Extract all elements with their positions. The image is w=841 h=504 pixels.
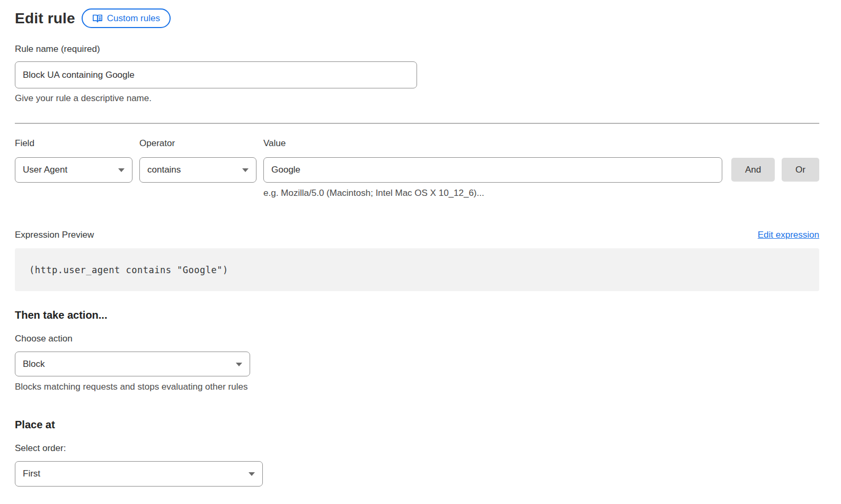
field-column: Field User Agent: [15, 138, 132, 183]
action-select-value: Block: [23, 359, 45, 370]
edit-expression-link[interactable]: Edit expression: [758, 230, 819, 240]
section-divider: [15, 123, 819, 124]
field-label: Field: [15, 138, 132, 149]
expression-preview-box: (http.user_agent contains "Google"): [15, 248, 819, 291]
expression-header: Expression Preview Edit expression: [15, 230, 819, 240]
action-select[interactable]: Block: [15, 352, 250, 376]
value-column: Value: [263, 138, 722, 183]
field-select[interactable]: User Agent: [15, 157, 132, 183]
condition-row: Field User Agent Operator contains Value…: [15, 138, 819, 183]
value-help: e.g. Mozilla/5.0 (Macintosh; Intel Mac O…: [263, 188, 819, 199]
value-input[interactable]: [263, 157, 722, 183]
order-select-value: First: [23, 469, 40, 479]
caret-down-icon: [236, 363, 242, 366]
and-button[interactable]: And: [731, 158, 775, 182]
or-button[interactable]: Or: [782, 158, 819, 182]
rule-name-label: Rule name (required): [15, 44, 819, 55]
operator-column: Operator contains: [139, 138, 256, 183]
placement-section-heading: Place at: [15, 419, 819, 431]
action-section-heading: Then take action...: [15, 309, 819, 321]
operator-select-value: contains: [147, 165, 181, 175]
operator-label: Operator: [139, 138, 256, 149]
custom-rules-badge-label: Custom rules: [107, 13, 160, 24]
rule-name-input[interactable]: [15, 61, 417, 88]
page-header: Edit rule Custom rules: [15, 8, 819, 28]
caret-down-icon: [242, 168, 249, 172]
expression-code: (http.user_agent contains "Google"): [29, 265, 228, 275]
choose-action-label: Choose action: [15, 334, 819, 344]
expression-preview-label: Expression Preview: [15, 230, 94, 240]
order-select[interactable]: First: [15, 461, 263, 487]
rule-name-group: Rule name (required) Give your rule a de…: [15, 44, 819, 104]
value-label: Value: [263, 138, 722, 149]
action-help: Blocks matching requests and stops evalu…: [15, 382, 819, 392]
book-icon: [92, 14, 103, 23]
edit-rule-page: Edit rule Custom rules Rule name (requir…: [0, 0, 841, 487]
caret-down-icon: [118, 168, 125, 172]
page-title: Edit rule: [15, 10, 75, 27]
custom-rules-badge[interactable]: Custom rules: [82, 8, 171, 28]
caret-down-icon: [249, 472, 255, 476]
field-select-value: User Agent: [23, 165, 67, 175]
operator-select[interactable]: contains: [139, 157, 256, 183]
select-order-label: Select order:: [15, 443, 819, 454]
rule-name-help: Give your rule a descriptive name.: [15, 93, 819, 104]
